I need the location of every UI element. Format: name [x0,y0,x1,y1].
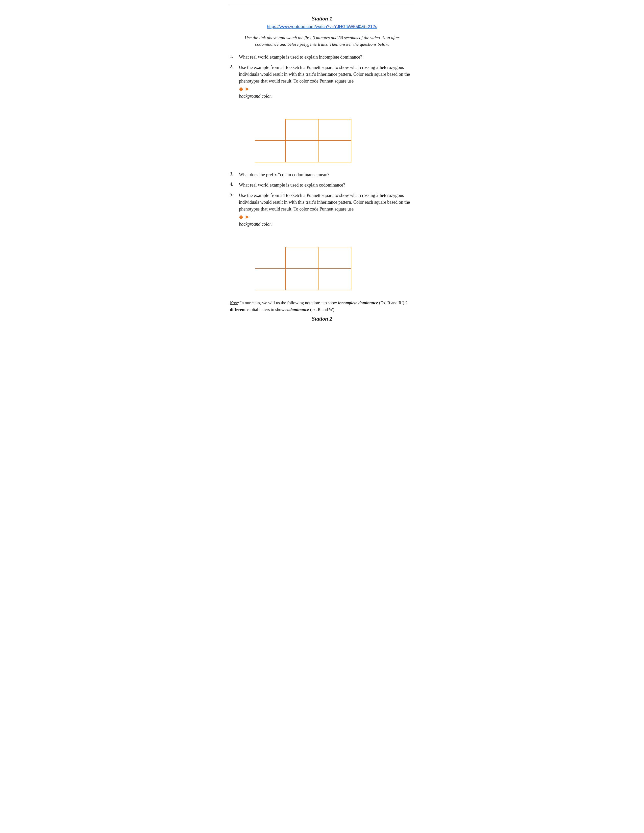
punnett-cell-1aa [285,119,318,141]
note-text-middle: (Ex. R and R’) 2 [378,301,407,305]
station1-title: Station 1 [230,15,414,22]
instruction-text: Use the link above and watch the first 3… [230,34,414,48]
punnett-row-1a [255,119,351,141]
punnett-corner-2 [255,235,285,247]
punnett-col-header-2a [285,235,318,247]
punnett-col-header-2b [318,235,351,247]
question-4: 4. What real world example is used to ex… [230,182,414,188]
q5-text: Use the example from #4 to sketch a Punn… [239,192,414,212]
punnett-col-header-1b [318,106,351,119]
q2-text: Use the example from #1 to sketch a Punn… [239,64,414,85]
questions-list: 1. What real world example is used to ex… [230,54,414,103]
punnett-grid-2 [255,235,351,290]
punnett-cell-2aa [285,247,318,269]
punnett-square-1 [255,106,414,162]
punnett-cell-2bb [318,269,351,290]
paint-bucket-icon-2: ◆ ► [239,214,250,220]
note-text-after: capital letters to show [246,307,285,312]
punnett-row-1b [255,141,351,162]
punnett-row-label-2a [255,247,285,269]
punnett-header-row-1 [255,106,351,119]
question-5: 5. Use the example from #4 to sketch a P… [230,192,414,231]
punnett-row-2a [255,247,351,269]
incomplete-dominance-text: incomplete dominance [338,301,378,305]
q2-number: 2. [230,64,239,69]
q5-number: 5. [230,192,239,198]
punnett-square-2 [255,235,414,290]
note-section: Note: In our class, we will us the follo… [230,299,414,313]
question-1: 1. What real world example is used to ex… [230,54,414,61]
q1-number: 1. [230,54,239,59]
punnett-row-label-2b [255,269,285,290]
punnett-header-row-2 [255,235,351,247]
punnett-grid-1 [255,106,351,162]
top-divider [230,5,414,5]
paint-bucket-icon-1: ◆ ► [239,85,250,92]
punnett-cell-1ba [285,141,318,162]
questions-list-2: 3. What does the prefix “co” in codomina… [230,171,414,231]
q1-text: What real world example is used to expla… [239,54,362,61]
note-text-end: (ex. R and W) [309,307,334,312]
note-text-before: : In our class, we will us the following… [238,301,338,305]
punnett-col-header-1a [285,106,318,119]
youtube-link-container: https://www.youtube.com/watch?v=YJHGfbW5… [230,24,414,29]
question-3: 3. What does the prefix “co” in codomina… [230,171,414,178]
punnett-corner-1 [255,106,285,119]
background-color-label-1: background color. [239,94,272,99]
youtube-link[interactable]: https://www.youtube.com/watch?v=YJHGfbW5… [267,24,377,29]
punnett-cell-1ab [318,119,351,141]
punnett-cell-2ba [285,269,318,290]
color-tool-area-2: ◆ ► [239,214,251,220]
q4-text: What real world example is used to expla… [239,182,345,188]
different-text: different [230,307,246,312]
q4-number: 4. [230,182,239,187]
punnett-cell-2ab [318,247,351,269]
punnett-cell-1bb [318,141,351,162]
punnett-row-label-1a [255,119,285,141]
station2-title: Station 2 [230,315,414,322]
q3-number: 3. [230,171,239,177]
punnett-row-label-1b [255,141,285,162]
punnett-row-2b [255,269,351,290]
question-2: 2. Use the example from #1 to sketch a P… [230,64,414,103]
color-tool-area-1: ◆ ► [239,85,251,92]
note-label: Note [230,301,238,305]
background-color-label-2: background color. [239,222,272,227]
q3-text: What does the prefix “co” in codominance… [239,171,329,178]
codominance-text: codominance [285,307,309,312]
